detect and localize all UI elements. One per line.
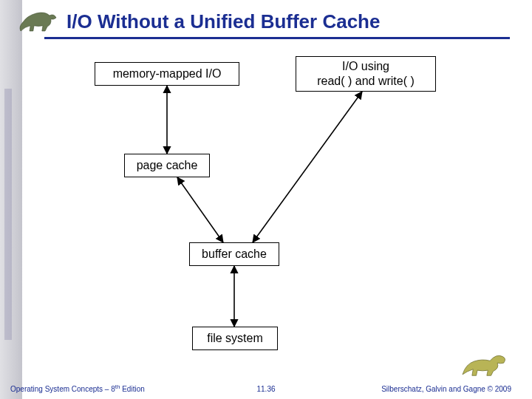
- dinosaur-icon: [458, 343, 511, 380]
- footer-left: Operating System Concepts – 8th Edition: [10, 383, 145, 393]
- footer-copyright: Silberschatz, Galvin and Gagne © 2009: [381, 385, 511, 393]
- node-buffer-cache: buffer cache: [189, 242, 279, 266]
- title-area: I/O Without a Unified Buffer Cache: [66, 10, 510, 33]
- footer: Operating System Concepts – 8th Edition …: [0, 383, 532, 393]
- node-memory-mapped-io: memory-mapped I/O: [95, 62, 239, 86]
- footer-page: 11.36: [256, 385, 275, 393]
- left-decor-inner: [4, 89, 12, 340]
- node-file-system: file system: [192, 327, 278, 350]
- diagram: memory-mapped I/O I/O using read( ) and …: [66, 52, 480, 362]
- svg-line-2: [253, 92, 362, 242]
- node-label: I/O using read( ) and write( ): [317, 59, 415, 89]
- node-label: buffer cache: [202, 247, 267, 262]
- node-label: file system: [207, 331, 263, 346]
- slide: I/O Without a Unified Buffer Cache memor…: [0, 0, 532, 399]
- diagram-arrows: [66, 52, 480, 362]
- footer-book: Operating System Concepts – 8: [10, 385, 115, 393]
- node-label: memory-mapped I/O: [113, 66, 222, 81]
- node-page-cache: page cache: [124, 154, 210, 177]
- node-io-read-write: I/O using read( ) and write( ): [296, 56, 436, 92]
- title-underline: [44, 37, 510, 39]
- node-label: page cache: [137, 158, 198, 173]
- footer-edition: Edition: [120, 385, 144, 393]
- slide-title: I/O Without a Unified Buffer Cache: [66, 10, 510, 33]
- left-decor-bar: [0, 0, 22, 399]
- svg-line-1: [177, 177, 223, 242]
- dinosaur-icon: [16, 4, 61, 35]
